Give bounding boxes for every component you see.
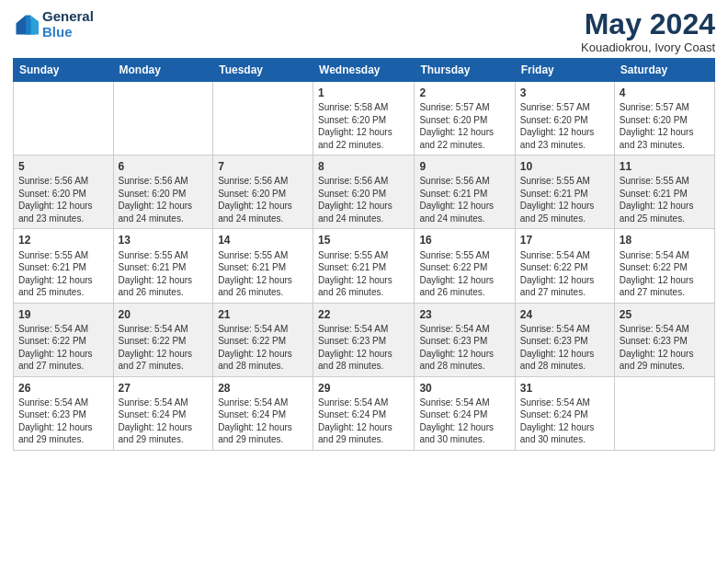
day-info: Sunrise: 5:55 AM Sunset: 6:21 PM Dayligh… <box>119 249 209 299</box>
logo-line1: General <box>42 9 94 25</box>
calendar-cell-w3-d2: 13Sunrise: 5:55 AM Sunset: 6:21 PM Dayli… <box>113 229 213 303</box>
day-number: 19 <box>18 307 108 322</box>
day-info: Sunrise: 5:58 AM Sunset: 6:20 PM Dayligh… <box>318 101 409 151</box>
day-info: Sunrise: 5:56 AM Sunset: 6:20 PM Dayligh… <box>18 175 108 224</box>
day-info: Sunrise: 5:54 AM Sunset: 6:24 PM Dayligh… <box>318 396 409 446</box>
day-number: 2 <box>419 86 509 100</box>
day-info: Sunrise: 5:56 AM Sunset: 6:21 PM Dayligh… <box>419 175 509 224</box>
day-info: Sunrise: 5:55 AM Sunset: 6:21 PM Dayligh… <box>218 249 308 299</box>
day-info: Sunrise: 5:54 AM Sunset: 6:22 PM Dayligh… <box>520 249 609 299</box>
day-number: 5 <box>18 159 108 174</box>
calendar-cell-w1-d7: 4Sunrise: 5:57 AM Sunset: 6:20 PM Daylig… <box>614 82 714 155</box>
calendar-cell-w3-d3: 14Sunrise: 5:55 AM Sunset: 6:21 PM Dayli… <box>213 229 313 303</box>
calendar-table: Sunday Monday Tuesday Wednesday Thursday… <box>13 58 715 451</box>
day-info: Sunrise: 5:56 AM Sunset: 6:20 PM Dayligh… <box>318 175 409 224</box>
calendar-cell-w5-d3: 28Sunrise: 5:54 AM Sunset: 6:24 PM Dayli… <box>213 376 313 450</box>
day-info: Sunrise: 5:54 AM Sunset: 6:23 PM Dayligh… <box>318 323 409 373</box>
calendar-week-5: 26Sunrise: 5:54 AM Sunset: 6:23 PM Dayli… <box>14 376 715 450</box>
day-number: 3 <box>520 86 609 100</box>
logo-icon <box>13 12 39 38</box>
month-year: May 2024 <box>581 9 715 39</box>
day-info: Sunrise: 5:56 AM Sunset: 6:20 PM Dayligh… <box>218 175 308 224</box>
calendar-week-1: 1Sunrise: 5:58 AM Sunset: 6:20 PM Daylig… <box>14 82 715 155</box>
calendar-cell-w2-d4: 8Sunrise: 5:56 AM Sunset: 6:20 PM Daylig… <box>313 155 415 229</box>
day-number: 18 <box>620 233 710 247</box>
day-info: Sunrise: 5:55 AM Sunset: 6:21 PM Dayligh… <box>318 249 409 299</box>
logo-text: General Blue <box>42 9 94 40</box>
day-number: 8 <box>318 159 409 174</box>
day-number: 15 <box>318 233 409 247</box>
header-tuesday: Tuesday <box>213 59 313 82</box>
day-number: 16 <box>419 233 509 247</box>
day-number: 27 <box>119 381 209 396</box>
day-number: 31 <box>520 381 609 396</box>
day-info: Sunrise: 5:54 AM Sunset: 6:23 PM Dayligh… <box>520 323 609 373</box>
day-number: 4 <box>620 86 710 100</box>
calendar-cell-w2-d2: 6Sunrise: 5:56 AM Sunset: 6:20 PM Daylig… <box>113 155 213 229</box>
logo: General Blue <box>13 9 94 40</box>
header-saturday: Saturday <box>614 59 714 82</box>
day-number: 9 <box>419 159 509 174</box>
calendar-cell-w3-d4: 15Sunrise: 5:55 AM Sunset: 6:21 PM Dayli… <box>313 229 415 303</box>
day-number: 30 <box>419 381 509 396</box>
day-number: 12 <box>18 233 108 247</box>
calendar-cell-w5-d1: 26Sunrise: 5:54 AM Sunset: 6:23 PM Dayli… <box>14 376 114 450</box>
day-info: Sunrise: 5:54 AM Sunset: 6:22 PM Dayligh… <box>18 323 108 373</box>
day-info: Sunrise: 5:54 AM Sunset: 6:24 PM Dayligh… <box>119 396 209 446</box>
calendar-cell-w2-d1: 5Sunrise: 5:56 AM Sunset: 6:20 PM Daylig… <box>14 155 114 229</box>
calendar-cell-w1-d6: 3Sunrise: 5:57 AM Sunset: 6:20 PM Daylig… <box>515 82 614 155</box>
day-info: Sunrise: 5:54 AM Sunset: 6:23 PM Dayligh… <box>18 396 108 446</box>
day-info: Sunrise: 5:55 AM Sunset: 6:22 PM Dayligh… <box>419 249 509 299</box>
day-number: 26 <box>18 381 108 396</box>
calendar-cell-w4-d6: 24Sunrise: 5:54 AM Sunset: 6:23 PM Dayli… <box>515 303 614 376</box>
day-number: 23 <box>419 307 509 322</box>
day-info: Sunrise: 5:57 AM Sunset: 6:20 PM Dayligh… <box>520 101 609 151</box>
calendar-cell-w5-d7 <box>614 376 714 450</box>
calendar-cell-w4-d4: 22Sunrise: 5:54 AM Sunset: 6:23 PM Dayli… <box>313 303 415 376</box>
svg-marker-2 <box>26 15 30 34</box>
calendar-cell-w1-d1 <box>14 82 114 155</box>
calendar-cell-w4-d1: 19Sunrise: 5:54 AM Sunset: 6:22 PM Dayli… <box>14 303 114 376</box>
day-number: 24 <box>520 307 609 322</box>
day-info: Sunrise: 5:54 AM Sunset: 6:24 PM Dayligh… <box>520 396 609 446</box>
calendar-cell-w5-d6: 31Sunrise: 5:54 AM Sunset: 6:24 PM Dayli… <box>515 376 614 450</box>
location: Kouadiokrou, Ivory Coast <box>581 40 715 54</box>
day-number: 21 <box>218 307 308 322</box>
day-info: Sunrise: 5:54 AM Sunset: 6:22 PM Dayligh… <box>119 323 209 373</box>
calendar-cell-w3-d1: 12Sunrise: 5:55 AM Sunset: 6:21 PM Dayli… <box>14 229 114 303</box>
calendar-cell-w4-d7: 25Sunrise: 5:54 AM Sunset: 6:23 PM Dayli… <box>614 303 714 376</box>
day-number: 13 <box>119 233 209 247</box>
day-info: Sunrise: 5:57 AM Sunset: 6:20 PM Dayligh… <box>620 101 710 151</box>
day-info: Sunrise: 5:55 AM Sunset: 6:21 PM Dayligh… <box>620 175 710 224</box>
day-number: 14 <box>218 233 308 247</box>
day-info: Sunrise: 5:55 AM Sunset: 6:21 PM Dayligh… <box>520 175 609 224</box>
day-info: Sunrise: 5:54 AM Sunset: 6:24 PM Dayligh… <box>419 396 509 446</box>
calendar-cell-w2-d6: 10Sunrise: 5:55 AM Sunset: 6:21 PM Dayli… <box>515 155 614 229</box>
day-number: 7 <box>218 159 308 174</box>
calendar-week-4: 19Sunrise: 5:54 AM Sunset: 6:22 PM Dayli… <box>14 303 715 376</box>
calendar-cell-w4-d2: 20Sunrise: 5:54 AM Sunset: 6:22 PM Dayli… <box>113 303 213 376</box>
svg-marker-1 <box>30 15 39 34</box>
calendar-cell-w3-d7: 18Sunrise: 5:54 AM Sunset: 6:22 PM Dayli… <box>614 229 714 303</box>
calendar-cell-w5-d4: 29Sunrise: 5:54 AM Sunset: 6:24 PM Dayli… <box>313 376 415 450</box>
calendar-cell-w4-d3: 21Sunrise: 5:54 AM Sunset: 6:22 PM Dayli… <box>213 303 313 376</box>
page-container: General Blue May 2024 Kouadiokrou, Ivory… <box>0 0 728 460</box>
day-number: 25 <box>620 307 710 322</box>
day-number: 6 <box>119 159 209 174</box>
header: General Blue May 2024 Kouadiokrou, Ivory… <box>13 9 715 54</box>
header-friday: Friday <box>515 59 614 82</box>
calendar-cell-w2-d5: 9Sunrise: 5:56 AM Sunset: 6:21 PM Daylig… <box>415 155 515 229</box>
day-number: 11 <box>620 159 710 174</box>
day-number: 1 <box>318 86 409 100</box>
calendar-cell-w1-d4: 1Sunrise: 5:58 AM Sunset: 6:20 PM Daylig… <box>313 82 415 155</box>
calendar-cell-w2-d7: 11Sunrise: 5:55 AM Sunset: 6:21 PM Dayli… <box>614 155 714 229</box>
day-info: Sunrise: 5:56 AM Sunset: 6:20 PM Dayligh… <box>119 175 209 224</box>
day-info: Sunrise: 5:54 AM Sunset: 6:23 PM Dayligh… <box>620 323 710 373</box>
header-wednesday: Wednesday <box>313 59 415 82</box>
header-thursday: Thursday <box>415 59 515 82</box>
title-block: May 2024 Kouadiokrou, Ivory Coast <box>581 9 715 54</box>
calendar-cell-w1-d2 <box>113 82 213 155</box>
calendar-cell-w2-d3: 7Sunrise: 5:56 AM Sunset: 6:20 PM Daylig… <box>213 155 313 229</box>
weekday-header-row: Sunday Monday Tuesday Wednesday Thursday… <box>14 59 715 82</box>
header-monday: Monday <box>113 59 213 82</box>
